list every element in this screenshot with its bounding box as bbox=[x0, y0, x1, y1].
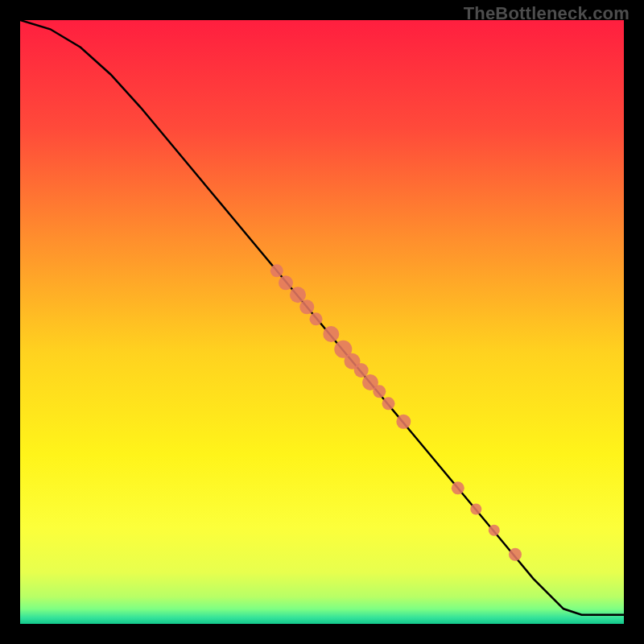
gradient-background bbox=[20, 20, 624, 624]
scatter-point bbox=[279, 275, 293, 290]
scatter-point bbox=[354, 363, 369, 378]
scatter-point bbox=[310, 312, 323, 325]
scatter-point bbox=[270, 264, 283, 277]
scatter-point bbox=[373, 385, 386, 398]
scatter-point bbox=[323, 326, 339, 342]
plot-area bbox=[20, 20, 624, 624]
scatter-point bbox=[509, 548, 522, 561]
scatter-point bbox=[382, 397, 395, 410]
scatter-point bbox=[396, 415, 411, 429]
scatter-point bbox=[452, 481, 464, 494]
scatter-point bbox=[299, 299, 314, 314]
chart-svg bbox=[20, 20, 624, 624]
chart-stage: TheBottleneck.com bbox=[0, 0, 644, 644]
scatter-point bbox=[290, 287, 306, 303]
scatter-point bbox=[489, 525, 500, 536]
scatter-point bbox=[470, 504, 481, 515]
